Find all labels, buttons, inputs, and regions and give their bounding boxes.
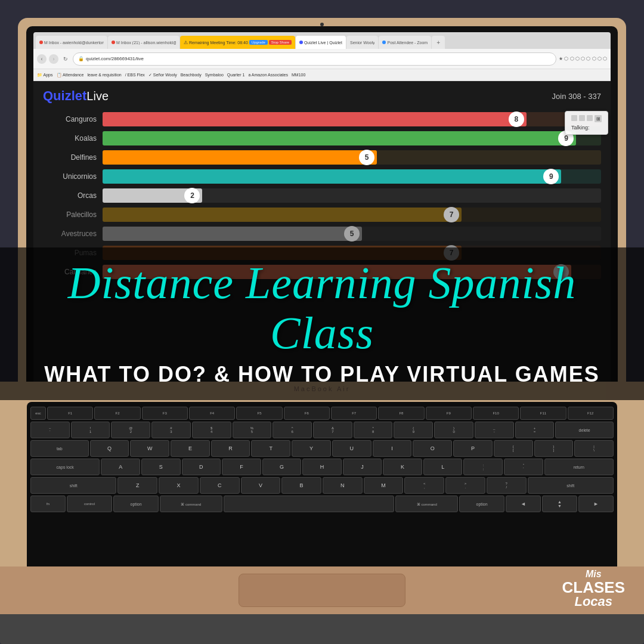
tab-zoom-meeting[interactable]: ⚠ Remaining Meeting Time: 08:40 Upgrade … (180, 36, 295, 49)
key-shift-left[interactable]: shift (30, 477, 116, 494)
tab-gmail1[interactable]: M Inbox - awienhold@dunkerton... (36, 36, 107, 49)
forward-button[interactable]: › (49, 54, 58, 64)
key-f5[interactable]: F5 (236, 407, 282, 420)
trackpad[interactable] (239, 574, 405, 607)
bookmark-apps[interactable]: 📁 Apps (37, 73, 53, 78)
key-f10[interactable]: F10 (473, 407, 519, 420)
key-capslock[interactable]: caps lock (30, 459, 100, 475)
zoom-ctrl-3[interactable] (587, 115, 593, 121)
bookmark-leave[interactable]: leave & requisition (88, 73, 122, 77)
key-q[interactable]: Q (90, 440, 129, 457)
key-e[interactable]: E (171, 440, 210, 457)
key-f11[interactable]: F11 (520, 407, 566, 420)
address-bar[interactable]: 🔒 quizlet.com/286669431/live (73, 52, 556, 66)
zoom-ctrl-2[interactable] (579, 115, 585, 121)
bookmark-symbaloo[interactable]: Symbaloo (205, 73, 224, 77)
bookmark-quarter[interactable]: Quarter 1 (227, 73, 245, 77)
key-a[interactable]: A (101, 459, 140, 475)
key-tilde[interactable]: ~` (30, 422, 70, 438)
key-1[interactable]: !1 (71, 422, 110, 438)
key-l[interactable]: L (423, 459, 463, 475)
key-7[interactable]: &7 (313, 422, 352, 438)
key-command-left[interactable]: ⌘ command (160, 496, 222, 512)
key-o[interactable]: O (413, 440, 452, 457)
key-f8[interactable]: F8 (378, 407, 424, 420)
key-5[interactable]: %5 (233, 422, 272, 438)
key-h[interactable]: H (302, 459, 342, 475)
key-f4[interactable]: F4 (189, 407, 235, 420)
key-left-arrow[interactable]: ◄ (506, 496, 541, 512)
key-period[interactable]: >. (445, 477, 485, 494)
key-m[interactable]: M (364, 477, 404, 494)
key-f6[interactable]: F6 (284, 407, 330, 420)
key-comma[interactable]: <, (404, 477, 444, 494)
key-minus[interactable]: _- (475, 422, 514, 438)
key-up-down-arrows[interactable]: ▲▼ (542, 496, 577, 512)
bookmark-beachbody[interactable]: Beachbody (181, 73, 202, 77)
key-b[interactable]: B (281, 477, 321, 494)
new-tab-btn[interactable]: + (432, 36, 445, 49)
key-0[interactable]: )0 (434, 422, 473, 438)
key-return[interactable]: return (544, 459, 614, 475)
key-c[interactable]: C (200, 477, 240, 494)
zoom-ctrl-4[interactable]: ⊞ (595, 115, 602, 122)
key-f9[interactable]: F9 (426, 407, 472, 420)
key-2[interactable]: @2 (111, 422, 150, 438)
key-f3[interactable]: F3 (142, 407, 188, 420)
key-y[interactable]: Y (292, 440, 331, 457)
key-option-right[interactable]: option (459, 496, 504, 512)
key-8[interactable]: *8 (354, 422, 393, 438)
key-3[interactable]: #3 (151, 422, 191, 438)
key-s[interactable]: S (141, 459, 181, 475)
key-i[interactable]: I (373, 440, 412, 457)
key-u[interactable]: U (332, 440, 371, 457)
stop-share-btn[interactable]: Stop Share (269, 40, 292, 45)
key-fn[interactable]: fn (30, 496, 66, 512)
key-w[interactable]: W (130, 440, 169, 457)
key-esc[interactable]: esc (30, 407, 46, 420)
back-button[interactable]: ‹ (37, 54, 47, 64)
key-option-left[interactable]: option (113, 496, 159, 512)
key-g[interactable]: G (262, 459, 302, 475)
key-right-arrow[interactable]: ► (578, 496, 614, 512)
key-tab[interactable]: tab (30, 440, 89, 457)
bookmark-ebs[interactable]: / EBS Flex (125, 73, 145, 77)
upgrade-btn[interactable]: Upgrade (249, 40, 268, 45)
key-d[interactable]: D (182, 459, 221, 475)
key-r[interactable]: R (211, 440, 250, 457)
tab-zoom[interactable]: Post Attendee - Zoom (379, 36, 431, 49)
key-control[interactable]: control (67, 496, 112, 512)
key-f12[interactable]: F12 (568, 407, 614, 420)
key-v[interactable]: V (241, 477, 281, 494)
key-k[interactable]: K (383, 459, 422, 475)
key-f2[interactable]: F2 (94, 407, 140, 420)
key-plus[interactable]: += (515, 422, 555, 438)
key-command-right[interactable]: ⌘ command (395, 496, 458, 512)
tab-gmail2[interactable]: M Inbox (21) - allison.wienhold@g... (108, 36, 179, 49)
key-j[interactable]: J (343, 459, 382, 475)
key-semicolon[interactable]: :; (463, 459, 503, 475)
key-slash[interactable]: ?/ (487, 477, 527, 494)
key-f[interactable]: F (222, 459, 261, 475)
key-z[interactable]: Z (117, 477, 157, 494)
key-p[interactable]: P (453, 440, 493, 457)
key-f1[interactable]: F1 (47, 407, 93, 420)
key-f7[interactable]: F7 (331, 407, 377, 420)
key-delete[interactable]: delete (555, 422, 614, 438)
key-6[interactable]: ^6 (273, 422, 312, 438)
key-n[interactable]: N (323, 477, 363, 494)
tab-quizlet[interactable]: Quizlet Live | Quizlet (296, 36, 346, 49)
key-space[interactable] (224, 496, 395, 512)
key-backslash[interactable]: |\ (574, 440, 614, 457)
key-bracket-left[interactable]: {[ (494, 440, 533, 457)
key-x[interactable]: X (159, 477, 199, 494)
bookmark-attendance[interactable]: 📋 Attendance (57, 73, 84, 78)
key-bracket-right[interactable]: }] (534, 440, 574, 457)
key-t[interactable]: T (251, 440, 290, 457)
key-quote[interactable]: "' (504, 459, 543, 475)
key-shift-right[interactable]: shift (528, 477, 614, 494)
refresh-button[interactable]: ↻ (61, 54, 70, 64)
bookmark-mm100[interactable]: MM100 (292, 73, 305, 77)
key-9[interactable]: (9 (394, 422, 433, 438)
zoom-ctrl-1[interactable] (571, 115, 577, 121)
